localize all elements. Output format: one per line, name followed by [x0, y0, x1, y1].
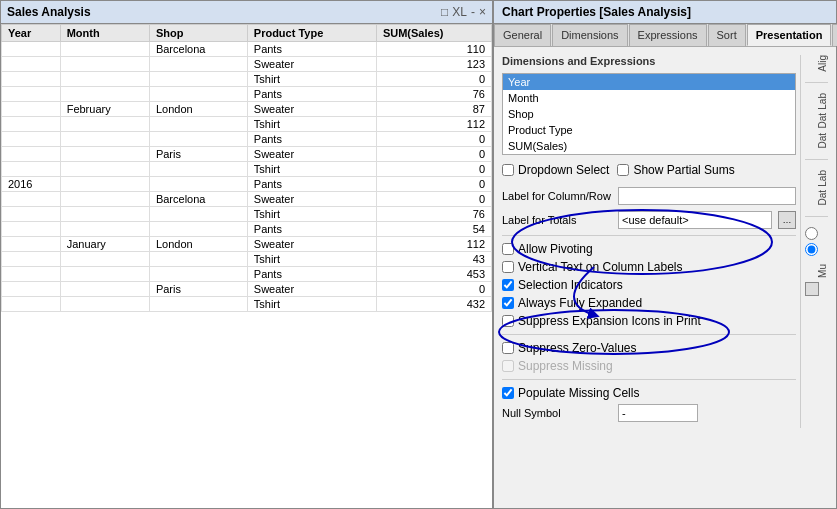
cell-month — [60, 222, 149, 237]
table-row: Sweater 123 — [2, 57, 492, 72]
right-panel-header: Chart Properties [Sales Analysis] — [494, 1, 836, 24]
dim-item-year[interactable]: Year — [503, 74, 795, 90]
cell-month: February — [60, 102, 149, 117]
allow-pivoting-label: Allow Pivoting — [518, 242, 593, 256]
col-header-shop: Shop — [149, 25, 247, 42]
selection-indicators-row: Selection Indicators — [502, 278, 796, 292]
vertical-text-label: Vertical Text on Column Labels — [518, 260, 683, 274]
populate-missing-checkbox[interactable] — [502, 387, 514, 399]
cell-shop — [149, 267, 247, 282]
panel-content-wrapper: Dimensions and Expressions Year Month Sh… — [494, 47, 836, 508]
cell-shop — [149, 162, 247, 177]
cell-year: 2016 — [2, 177, 61, 192]
always-fully-expanded-checkbox[interactable] — [502, 297, 514, 309]
divider1 — [502, 235, 796, 236]
col-header-product: Product Type — [247, 25, 376, 42]
header-icons: □ XL - × — [441, 5, 486, 19]
cell-shop — [149, 297, 247, 312]
cell-sum: 87 — [376, 102, 491, 117]
side-label-mu: Mu — [805, 264, 828, 278]
cell-product: Sweater — [247, 147, 376, 162]
cell-product: Tshirt — [247, 252, 376, 267]
main-content: Dimensions and Expressions Year Month Sh… — [502, 55, 796, 428]
table-row: Barcelona Pants 110 — [2, 42, 492, 57]
selection-indicators-checkbox[interactable] — [502, 279, 514, 291]
cell-year — [2, 207, 61, 222]
tab-dimensions[interactable]: Dimensions — [552, 24, 627, 46]
table-row: Tshirt 43 — [2, 252, 492, 267]
cell-year — [2, 87, 61, 102]
show-partial-sums-checkbox[interactable] — [617, 164, 629, 176]
table-row: Barcelona Sweater 0 — [2, 192, 492, 207]
dim-item-month[interactable]: Month — [503, 90, 795, 106]
cell-shop — [149, 132, 247, 147]
tab-visu[interactable]: Visu — [832, 24, 837, 46]
side-label-dat3: Dat — [805, 190, 828, 206]
cell-shop: London — [149, 102, 247, 117]
suppress-zero-row: Suppress Zero-Values — [502, 341, 796, 355]
tab-expressions[interactable]: Expressions — [629, 24, 707, 46]
restore-icon[interactable]: □ — [441, 5, 448, 19]
null-symbol-input[interactable] — [618, 404, 698, 422]
suppress-missing-label: Suppress Missing — [518, 359, 613, 373]
tab-presentation[interactable]: Presentation — [747, 24, 832, 46]
side-divider3 — [805, 216, 828, 217]
divider3 — [502, 379, 796, 380]
suppress-expansion-row: Suppress Expansion Icons in Print — [502, 314, 796, 328]
cell-month — [60, 87, 149, 102]
cell-sum: 112 — [376, 237, 491, 252]
col-header-sum: SUM(Sales) — [376, 25, 491, 42]
radio-group — [805, 227, 828, 256]
cell-sum: 54 — [376, 222, 491, 237]
cell-product: Sweater — [247, 192, 376, 207]
radio-row-1 — [805, 227, 828, 240]
radio-sub-1[interactable] — [805, 227, 818, 240]
cell-product: Tshirt — [247, 297, 376, 312]
label-column-row-input[interactable] — [618, 187, 796, 205]
cell-product: Tshirt — [247, 207, 376, 222]
cell-month — [60, 282, 149, 297]
suppress-expansion-checkbox[interactable] — [502, 315, 514, 327]
cell-product: Pants — [247, 222, 376, 237]
close-icon[interactable]: × — [479, 5, 486, 19]
cell-year — [2, 252, 61, 267]
suppress-zero-checkbox[interactable] — [502, 342, 514, 354]
label-column-row-field: Label for Column/Row — [502, 187, 796, 205]
dimension-list: Year Month Shop Product Type SUM(Sales) — [502, 73, 796, 155]
left-panel-header: Sales Analysis □ XL - × — [1, 1, 492, 24]
table-row: Tshirt 0 — [2, 72, 492, 87]
table-row: Pants 76 — [2, 87, 492, 102]
dim-item-shop[interactable]: Shop — [503, 106, 795, 122]
cell-sum: 112 — [376, 117, 491, 132]
cell-sum: 43 — [376, 252, 491, 267]
side-box[interactable] — [805, 282, 819, 296]
side-label-alig: Alig — [805, 55, 828, 72]
cell-sum: 453 — [376, 267, 491, 282]
cell-year — [2, 192, 61, 207]
vertical-text-checkbox[interactable] — [502, 261, 514, 273]
sales-table: Year Month Shop Product Type SUM(Sales) … — [1, 24, 492, 312]
tab-sort[interactable]: Sort — [708, 24, 746, 46]
dim-item-sum[interactable]: SUM(Sales) — [503, 138, 795, 154]
chart-properties-title: Chart Properties [Sales Analysis] — [502, 5, 691, 19]
label-totals-btn[interactable]: … — [778, 211, 796, 229]
cell-shop: London — [149, 237, 247, 252]
cell-year — [2, 132, 61, 147]
always-fully-expanded-label: Always Fully Expanded — [518, 296, 642, 310]
cell-shop: Barcelona — [149, 192, 247, 207]
table-container: Year Month Shop Product Type SUM(Sales) … — [1, 24, 492, 508]
vertical-text-row: Vertical Text on Column Labels — [502, 260, 796, 274]
excel-icon[interactable]: XL — [452, 5, 467, 19]
cell-shop — [149, 117, 247, 132]
suppress-missing-checkbox[interactable] — [502, 360, 514, 372]
radio-sub-2[interactable] — [805, 243, 818, 256]
tab-general[interactable]: General — [494, 24, 551, 46]
dim-item-product[interactable]: Product Type — [503, 122, 795, 138]
allow-pivoting-checkbox[interactable] — [502, 243, 514, 255]
label-totals-input[interactable] — [618, 211, 772, 229]
dropdown-select-row: Dropdown Select — [502, 163, 609, 177]
table-row: January London Sweater 112 — [2, 237, 492, 252]
dropdown-select-checkbox[interactable] — [502, 164, 514, 176]
cell-year — [2, 117, 61, 132]
minimize-icon[interactable]: - — [471, 5, 475, 19]
